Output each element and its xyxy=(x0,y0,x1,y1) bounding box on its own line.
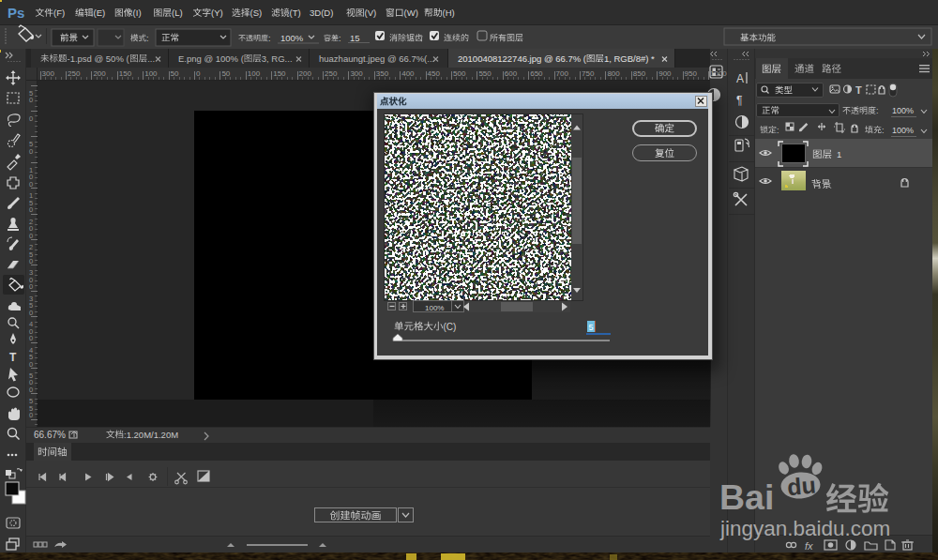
svg-text::: : xyxy=(268,34,271,43)
svg-text:5: 5 xyxy=(589,323,594,332)
svg-text:(V): (V) xyxy=(365,8,377,18)
svg-text:(E): (E) xyxy=(94,8,106,18)
svg-text::: : xyxy=(339,34,341,43)
svg-text:100%: 100% xyxy=(892,126,914,135)
svg-text:E.png @ 100% (: E.png @ 100% ( xyxy=(178,53,245,64)
svg-text:-1.psd @ 50% (: -1.psd @ 50% ( xyxy=(68,53,130,64)
svg-text::: : xyxy=(882,126,885,135)
svg-text:1, RGB/8#) *: 1, RGB/8#) * xyxy=(604,53,655,64)
svg-text:(H): (H) xyxy=(443,8,455,18)
svg-text:(L): (L) xyxy=(172,8,183,18)
svg-text:100%: 100% xyxy=(425,304,444,312)
svg-text:...: ... xyxy=(147,53,155,64)
svg-text:jingyan.baidu.com: jingyan.baidu.com xyxy=(719,517,890,540)
svg-text::: : xyxy=(777,126,779,135)
svg-text:3, RG...: 3, RG... xyxy=(262,53,293,64)
svg-text:15: 15 xyxy=(350,33,360,43)
svg-text:100%: 100% xyxy=(280,33,304,43)
svg-text:(S): (S) xyxy=(250,8,263,18)
svg-text::: : xyxy=(876,106,879,115)
svg-text:1: 1 xyxy=(837,149,841,159)
svg-text:20100408122746.jpg @ 66.7% (: 20100408122746.jpg @ 66.7% ( xyxy=(458,53,587,64)
svg-text:3D(D): 3D(D) xyxy=(310,8,333,18)
svg-text:66.67%: 66.67% xyxy=(34,430,66,440)
svg-text:Bai: Bai xyxy=(719,477,774,517)
svg-text:100%: 100% xyxy=(892,106,914,115)
svg-text:(F): (F) xyxy=(53,8,65,18)
svg-text::1.20M/1.20M: :1.20M/1.20M xyxy=(124,430,178,440)
svg-text:(T): (T) xyxy=(290,8,301,18)
svg-text:(I): (I) xyxy=(133,8,142,18)
svg-text:du: du xyxy=(786,472,817,501)
svg-text:huazhaungt.jpeg @ 66.7%(...: huazhaungt.jpeg @ 66.7%(... xyxy=(319,53,434,64)
svg-text:(C): (C) xyxy=(444,322,457,332)
svg-text::: : xyxy=(146,34,149,43)
svg-text:(Y): (Y) xyxy=(211,8,223,18)
svg-text:(W): (W) xyxy=(404,8,418,18)
